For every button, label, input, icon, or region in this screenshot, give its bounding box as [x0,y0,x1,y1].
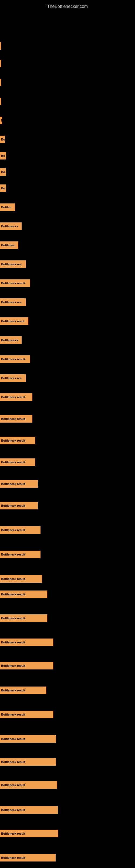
bar-label-23: Bottleneck result [1,461,25,464]
bar-27: Bottleneck result [0,551,41,558]
bar-row-2 [0,60,1,67]
bar-label-34: Bottleneck result [1,713,25,716]
bar-row-39: Bottleneck result [0,830,58,837]
bar-label-26: Bottleneck result [1,528,25,532]
bar-11: Bottleneck r [0,222,21,230]
bar-label-30: Bottleneck result [1,617,25,620]
bar-label-29: Bottleneck result [1,593,25,596]
bar-row-12: Bottlenec [0,241,18,249]
bar-row-30: Bottleneck result [0,614,47,622]
bar-label-18: Bottleneck result [1,358,25,361]
bar-5: B [0,117,2,124]
bar-label-14: Bottleneck result [1,282,25,285]
bar-label-17: Bottleneck r [1,339,18,342]
bar-10: Bottlen [0,204,15,211]
bar-row-34: Bottleneck result [0,711,53,718]
bar-label-37: Bottleneck result [1,783,25,786]
bar-row-13: Bottleneck res [0,260,26,268]
bar-label-31: Bottleneck result [1,641,25,644]
bar-4 [0,98,1,105]
bar-1 [0,42,1,50]
bar-label-40: Bottleneck result [1,856,25,859]
bar-row-27: Bottleneck result [0,551,41,558]
bar-label-22: Bottleneck result [1,439,25,442]
bar-row-10: Bottlen [0,204,15,211]
bar-row-23: Bottleneck result [0,458,35,466]
bar-row-28: Bottleneck result [0,575,42,583]
bar-2 [0,60,1,67]
bar-12: Bottlenec [0,241,18,249]
bar-label-38: Bottleneck result [1,808,25,812]
bar-25: Bottleneck result [0,502,38,509]
bar-38: Bottleneck result [0,806,58,814]
bar-row-5: B [0,117,2,124]
bar-row-26: Bottleneck result [0,526,41,534]
bar-row-22: Bottleneck result [0,437,35,444]
bar-label-13: Bottleneck res [1,262,21,266]
bar-row-33: Bottleneck result [0,686,46,694]
bar-label-24: Bottleneck result [1,482,25,486]
bar-20: Bottleneck result [0,393,32,401]
bar-row-6: Bo [0,135,5,143]
bar-row-21: Bottleneck result [0,415,32,423]
bar-35: Bottleneck result [0,735,56,743]
bar-row-24: Bottleneck result [0,480,38,488]
bar-label-12: Bottlenec [1,244,14,247]
bar-label-32: Bottleneck result [1,664,25,667]
bar-label-11: Bottleneck r [1,225,18,228]
bar-row-3 [0,79,1,86]
bar-19: Bottleneck res [0,374,26,382]
bar-39: Bottleneck result [0,830,58,837]
bar-row-25: Bottleneck result [0,502,38,509]
bar-row-18: Bottleneck result [0,355,30,363]
bar-row-11: Bottleneck r [0,222,21,230]
bar-row-35: Bottleneck result [0,735,56,743]
bar-label-28: Bottleneck result [1,577,25,581]
bar-21: Bottleneck result [0,415,32,423]
bar-3 [0,79,1,86]
bar-31: Bottleneck result [0,639,53,646]
bar-row-19: Bottleneck res [0,374,26,382]
bar-row-8: Bo [0,168,6,176]
bar-37: Bottleneck result [0,781,57,789]
bar-label-5: B [1,119,2,122]
bar-label-6: Bo [1,138,5,141]
bar-label-27: Bottleneck result [1,553,25,556]
bar-label-8: Bo [1,170,5,174]
bar-22: Bottleneck result [0,437,35,444]
bar-label-19: Bottleneck res [1,376,21,380]
bar-17: Bottleneck r [0,336,21,344]
bar-24: Bottleneck result [0,480,38,488]
bar-18: Bottleneck result [0,355,30,363]
bar-row-16: Bottleneck resul [0,317,28,325]
bar-8: Bo [0,168,6,176]
bar-label-16: Bottleneck resul [1,319,24,323]
bar-row-4 [0,98,1,105]
bar-15: Bottleneck res [0,299,26,306]
bar-row-36: Bottleneck result [0,758,56,766]
bar-40: Bottleneck result [0,854,56,862]
bar-label-36: Bottleneck result [1,760,25,764]
bar-23: Bottleneck result [0,458,35,466]
bar-34: Bottleneck result [0,711,53,718]
bar-row-38: Bottleneck result [0,806,58,814]
bar-label-7: Bo [1,154,5,157]
bar-label-10: Bottlen [1,206,11,209]
bar-row-7: Bo [0,152,6,159]
bar-13: Bottleneck res [0,260,26,268]
bar-row-14: Bottleneck result [0,279,30,287]
bar-32: Bottleneck result [0,662,53,670]
bar-26: Bottleneck result [0,526,41,534]
bar-row-40: Bottleneck result [0,854,56,862]
bar-36: Bottleneck result [0,758,56,766]
bar-label-25: Bottleneck result [1,504,25,507]
bar-16: Bottleneck resul [0,317,28,325]
bar-label-33: Bottleneck result [1,689,25,692]
site-title: TheBottlenecker.com [0,1,135,10]
bar-9: Bo [0,184,6,192]
bar-label-39: Bottleneck result [1,832,25,835]
bar-label-15: Bottleneck res [1,301,21,304]
bar-row-15: Bottleneck res [0,299,26,306]
bar-label-20: Bottleneck result [1,396,25,399]
bar-7: Bo [0,152,6,159]
